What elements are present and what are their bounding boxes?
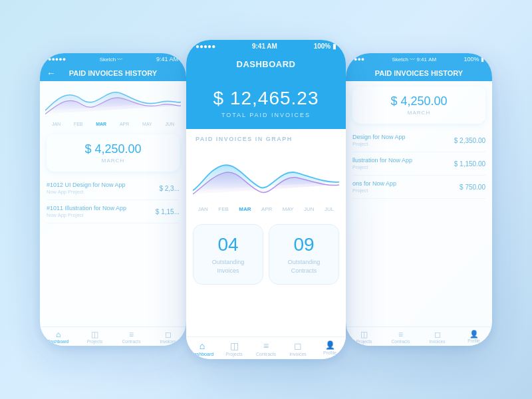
left-nav-contracts-label: Contracts <box>122 339 141 344</box>
left-month-apr: APR <box>120 122 129 126</box>
center-stat-contracts-label: OutstandingContracts <box>276 258 332 275</box>
right-amount: $ 4,250.00 <box>360 94 477 108</box>
right-invoice-item-2[interactable]: llustration for Now App Project $ 1,150.… <box>352 152 485 176</box>
left-invoice-list: #1012 UI Design for Now App Now App Proj… <box>40 177 186 223</box>
left-nav-dashboard-icon: ⌂ <box>56 331 61 338</box>
right-inv-amount-1: $ 2,350.00 <box>454 137 485 144</box>
right-inv-sub-2: Project <box>352 164 412 170</box>
center-total-amount: $ 12,465.23 <box>197 88 335 109</box>
right-inv-title-1: Design for Now App <box>352 134 406 140</box>
right-invoice-item-3[interactable]: ons for Now App Project $ 750.00 <box>352 176 485 199</box>
right-status-info: Sketch 〰 9:41 AM <box>392 57 437 63</box>
left-nav-projects[interactable]: ◫ Projects <box>76 327 113 346</box>
right-nav-invoices-icon: ◻ <box>434 331 441 338</box>
right-invoice-list: Design for Now App Project $ 2,350.00 ll… <box>346 129 492 199</box>
center-phone: ●●●●● 9:41 AM 100% ▮ DASHBOARD $ 12,465.… <box>186 40 346 359</box>
left-nav-invoices-icon: ◻ <box>165 331 172 338</box>
left-invoice-item-2[interactable]: #1011 Illustration for Now App Now App P… <box>47 200 180 223</box>
right-inv-sub-3: Project <box>352 188 396 194</box>
center-nav-invoices-icon: ◻ <box>294 341 302 350</box>
left-inv-sub-2: Now App Project <box>47 212 126 218</box>
center-stat-invoices[interactable]: 04 OutstandingInvoices <box>193 224 263 285</box>
left-chart <box>45 82 181 121</box>
center-stat-invoices-num: 04 <box>200 234 256 255</box>
center-status-time: 9:41 AM <box>252 43 277 50</box>
center-nav-projects-label: Projects <box>225 352 242 356</box>
left-nav-contracts[interactable]: ≡ Contracts <box>113 327 150 346</box>
left-back-button[interactable]: ← <box>47 68 56 78</box>
screens-container: ●●●●● Sketch 〰 9:41 AM ← PAID INVOICES H… <box>0 0 532 399</box>
left-nav-dashboard[interactable]: ⌂ Dashboard <box>40 327 76 346</box>
center-nav-contracts[interactable]: ≡ Contracts <box>250 337 282 359</box>
left-inv-title-1: #1012 UI Design for Now App <box>47 182 126 188</box>
right-amount-card: $ 4,250.00 MARCH <box>352 86 485 124</box>
center-nav-invoices[interactable]: ◻ Invoices <box>282 337 314 359</box>
left-nav-invoices-label: Invoices <box>160 339 176 344</box>
left-amount: $ 4,250.00 <box>55 142 172 156</box>
right-header: PAID INVOICES HISTORY <box>346 65 492 81</box>
right-inv-amount-3: $ 750.00 <box>460 184 485 191</box>
center-stat-contracts[interactable]: 09 OutstandingContracts <box>269 224 339 285</box>
right-inv-sub-1: Project <box>352 141 406 147</box>
left-nav-projects-label: Projects <box>87 339 102 344</box>
right-nav-profile[interactable]: 👤 Profile <box>456 327 492 346</box>
right-header-title: PAID INVOICES HISTORY <box>354 69 484 77</box>
left-header: ← PAID INVOICES HISTORY <box>40 65 186 81</box>
left-month-feb: FEB <box>74 122 83 126</box>
right-nav-contracts-icon: ≡ <box>398 331 403 338</box>
left-inv-amount-1: $ 2,3... <box>159 185 180 192</box>
left-invoice-item-1[interactable]: #1012 UI Design for Now App Now App Proj… <box>47 177 180 200</box>
center-bottom-nav: ⌂ Dashboard ◫ Projects ≡ Contracts ◻ Inv… <box>186 336 346 359</box>
left-amount-card: $ 4,250.00 MARCH <box>47 134 180 172</box>
center-chart <box>193 148 339 205</box>
center-nav-projects[interactable]: ◫ Projects <box>218 337 250 359</box>
center-hero: $ 12,465.23 TOTAL PAID INVOICES <box>186 76 346 129</box>
center-status-battery: 100% ▮ <box>314 43 336 50</box>
center-stats-row: 04 OutstandingInvoices 09 OutstandingCon… <box>193 224 339 285</box>
right-nav-projects-icon: ◫ <box>360 331 368 338</box>
right-bottom-nav: ◫ Projects ≡ Contracts ◻ Invoices 👤 Prof… <box>346 327 492 346</box>
left-nav-invoices[interactable]: ◻ Invoices <box>150 327 186 346</box>
center-nav-dashboard[interactable]: ⌂ Dashboard <box>186 337 218 359</box>
left-inv-amount-2: $ 1,15... <box>156 208 180 215</box>
center-status-dots: ●●●●● <box>196 43 215 50</box>
right-invoice-item-1[interactable]: Design for Now App Project $ 2,350.00 <box>352 129 485 152</box>
left-month-jan: JAN <box>52 122 61 126</box>
center-nav-dashboard-label: Dashboard <box>191 352 213 356</box>
left-status-bar: ●●●●● Sketch 〰 9:41 AM <box>40 53 186 65</box>
right-nav-profile-icon: 👤 <box>469 331 479 338</box>
center-nav-profile[interactable]: 👤 Profile <box>314 337 346 359</box>
right-nav-invoices[interactable]: ◻ Invoices <box>419 327 456 346</box>
right-nav-profile-label: Profile <box>467 338 479 343</box>
left-month-jun: JUN <box>166 122 175 126</box>
left-inv-sub-1: Now App Project <box>47 189 126 195</box>
center-stat-invoices-label: OutstandingInvoices <box>200 258 256 275</box>
right-status-dots: ●●● <box>354 56 364 63</box>
center-nav-dashboard-icon: ⌂ <box>200 341 205 350</box>
center-nav-contracts-icon: ≡ <box>263 341 269 350</box>
left-period: MARCH <box>55 158 172 164</box>
center-graph-label: PAID INVOICES IN GRAPH <box>186 129 346 145</box>
left-status-dots: ●●●●● <box>48 56 66 63</box>
left-header-title: PAID INVOICES HISTORY <box>48 69 178 77</box>
left-month-mar: MAR <box>96 122 106 126</box>
left-month-may: MAY <box>142 122 152 126</box>
right-status-battery: 100% ▮ <box>464 56 484 63</box>
right-nav-contracts-label: Contracts <box>392 339 410 344</box>
right-nav-invoices-label: Invoices <box>430 339 446 344</box>
left-graph-area <box>40 81 186 121</box>
center-stat-contracts-num: 09 <box>276 234 332 255</box>
right-nav-contracts[interactable]: ≡ Contracts <box>382 327 419 346</box>
left-phone: ●●●●● Sketch 〰 9:41 AM ← PAID INVOICES H… <box>40 53 186 346</box>
left-status-app: Sketch 〰 <box>100 57 123 63</box>
right-inv-amount-2: $ 1,150.00 <box>454 160 485 168</box>
right-nav-projects-label: Projects <box>356 339 372 344</box>
center-nav-invoices-label: Invoices <box>289 352 307 356</box>
right-inv-title-2: llustration for Now App <box>352 157 412 164</box>
left-nav-projects-icon: ◫ <box>91 331 98 338</box>
center-nav-contracts-label: Contracts <box>256 352 276 356</box>
center-total-subtitle: TOTAL PAID INVOICES <box>197 112 335 118</box>
right-nav-projects[interactable]: ◫ Projects <box>346 327 382 346</box>
center-nav-profile-icon: 👤 <box>325 341 335 349</box>
center-header-title: DASHBOARD <box>237 59 296 69</box>
